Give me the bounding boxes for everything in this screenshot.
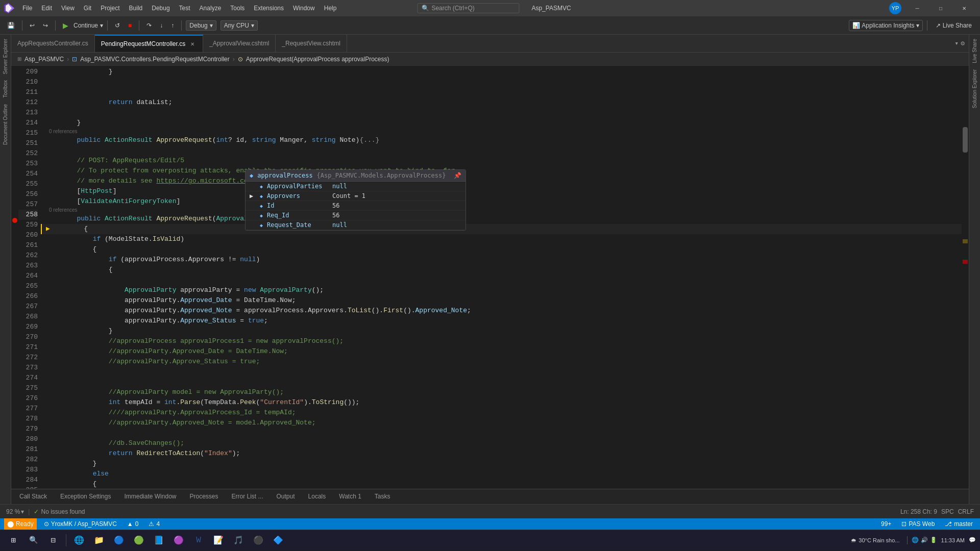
platform-dropdown[interactable]: Any CPU ▾ [220,20,258,31]
tab-list-btn[interactable]: ▾ [954,39,959,47]
taskbar-code[interactable]: 📝 [209,531,228,549]
task-view-button[interactable]: ⊟ [44,531,62,549]
taskbar-sep2 [907,536,908,544]
tooltip-row-approvers[interactable]: ▶ ◆ Approvers Count = 1 [246,191,465,201]
menu-tools[interactable]: Tools [226,3,249,14]
toolbox-label[interactable]: Toolbox [2,78,9,99]
code-content[interactable]: } return dataList; } 0 references public… [41,66,962,489]
menu-edit[interactable]: Edit [37,3,56,14]
status-branch[interactable]: ⎇ master [942,518,976,530]
taskbar-vs[interactable]: 🔵 [110,531,128,549]
tooltip-row-reqid[interactable]: ◆ Req_Id 56 [246,211,465,220]
step-out-btn[interactable]: ↑ [168,20,177,31]
menu-project[interactable]: Project [96,3,124,14]
notification-icon[interactable]: 💬 [969,537,976,543]
tooltip-row-id[interactable]: ◆ Id 56 [246,201,465,211]
breadcrumb-controller[interactable]: Asp_PASMVC.Controllers.PendingRequestMCo… [80,56,230,63]
status-errors[interactable]: ▲ 0 [124,518,142,530]
tooltip-row-approvalparties[interactable]: ◆ ApprovalParties null [246,182,465,191]
tab-settings-btn[interactable]: ⚙ [961,39,965,47]
taskbar-edge[interactable]: 🌐 [70,531,88,549]
tab-appcontroller[interactable]: AppRequestsController.cs [11,35,95,53]
tab-tasks[interactable]: Tasks [369,491,397,503]
debug-mode-dropdown[interactable]: Debug ▾ [186,20,216,31]
redo-btn[interactable]: ↪ [40,20,51,31]
document-outline-label[interactable]: Document Outline [2,102,9,147]
tooltip-icon: ◆ [250,172,253,179]
taskbar-teams[interactable]: 🟣 [169,531,188,549]
undo-btn[interactable]: ↩ [27,20,38,31]
tab-output[interactable]: Output [271,491,301,503]
continue-btn[interactable]: ▶ [60,20,71,31]
status-notifications[interactable]: 99+ [878,518,894,530]
continue-dropdown[interactable]: ▾ [100,22,103,29]
restart-btn[interactable]: ↺ [112,20,123,31]
tab-immediate-window[interactable]: Immediate Window [118,491,182,503]
maximize-button[interactable]: □ [929,0,952,16]
taskbar-music[interactable]: 🎵 [229,531,248,549]
breadcrumb-method[interactable]: ApproveRequest(ApprovalProcess approvalP… [246,56,389,63]
menu-help[interactable]: Help [320,3,341,14]
vertical-scrollbar[interactable] [962,66,969,489]
menu-build[interactable]: Build [125,3,147,14]
step-into-btn[interactable]: ↓ [157,20,166,31]
server-explorer-label[interactable]: Server Explorer [2,37,9,76]
line-271: //approvalParty.Approve_Status = true; [41,357,962,367]
taskbar-weather[interactable]: 🌧 30°C Rain sho... [848,535,902,546]
tab-close-btn[interactable]: ✕ [188,40,197,48]
taskbar-chrome[interactable]: 🟢 [130,531,148,549]
taskbar-outlook[interactable]: 📘 [150,531,168,549]
menu-window[interactable]: Window [289,3,319,14]
menu-debug[interactable]: Debug [148,3,174,14]
taskbar-time[interactable]: 11:33 AM [941,537,965,543]
menu-file[interactable]: File [18,3,36,14]
taskbar-app1[interactable]: ⚫ [249,531,267,549]
taskbar-app2[interactable]: 🔷 [269,531,287,549]
taskbar-word[interactable]: W [189,531,208,549]
tab-exception-settings[interactable]: Exception Settings [54,491,117,503]
taskbar-explorer[interactable]: 📁 [90,531,108,549]
save-btn[interactable]: 💾 [4,20,18,31]
search-box[interactable]: 🔍 Search (Ctrl+Q) [417,3,519,13]
start-button[interactable]: ⊞ [4,531,22,549]
status-pas-web[interactable]: ⊡ PAS Web [898,518,938,530]
tab-pendingrequest[interactable]: PendingRequestMController.cs ✕ [95,35,203,53]
search-button[interactable]: 🔍 [24,531,42,549]
live-share-side-label[interactable]: Live Share [971,37,978,65]
tab-requestview[interactable]: _RequestView.cshtml [276,35,347,53]
step-over-btn[interactable]: ↷ [143,20,155,31]
tab-processes[interactable]: Processes [183,491,224,503]
breadcrumb-project[interactable]: Asp_PASMVC [24,56,64,63]
user-profile[interactable]: YP [889,2,901,14]
close-button[interactable]: ✕ [952,0,976,16]
battery-icon[interactable]: 🔋 [930,537,937,543]
zoom-level[interactable]: 92 % ▾ [6,508,24,515]
menu-extensions[interactable]: Extensions [250,3,288,14]
status-warnings[interactable]: ⚠ 4 [145,518,163,530]
menu-view[interactable]: View [57,3,79,14]
continue-label[interactable]: Continue [74,22,98,29]
live-share-btn[interactable]: ↗ Live Share [932,21,976,30]
status-ready[interactable]: ⬤ Ready [4,518,37,530]
minimize-button[interactable]: ─ [905,0,929,16]
tab-call-stack[interactable]: Call Stack [13,491,53,503]
tab-locals[interactable]: Locals [302,491,332,503]
tooltip-row-requestdate[interactable]: ◆ Request_Date null [246,220,465,230]
breakpoint-258[interactable] [12,218,17,223]
tab-approvalview[interactable]: _ApprovalView.cshtml [203,35,276,53]
scrollbar-thumb[interactable] [963,127,968,153]
application-insights-btn[interactable]: 📊 Application Insights ▾ [849,20,922,31]
status-git[interactable]: ⊙ YroxMK / Asp_PASMVC [41,518,120,530]
menu-analyze[interactable]: Analyze [195,3,226,14]
menu-test[interactable]: Test [175,3,194,14]
volume-icon[interactable]: 🔊 [921,537,928,543]
stop-btn[interactable]: ■ [125,20,135,31]
menu-git[interactable]: Git [80,3,95,14]
line-257: public ActionResult ApproveRequest(Appro… [41,214,962,224]
tooltip-pin-icon[interactable]: 📌 [454,172,461,179]
network-icon[interactable]: 🌐 [912,537,919,543]
tab-error-list[interactable]: Error List ... [226,491,270,503]
title-bar: File Edit View Git Project Build Debug T… [0,0,980,16]
solution-explorer-label[interactable]: Solution Explorer [971,67,978,110]
tab-watch1[interactable]: Watch 1 [333,491,368,503]
